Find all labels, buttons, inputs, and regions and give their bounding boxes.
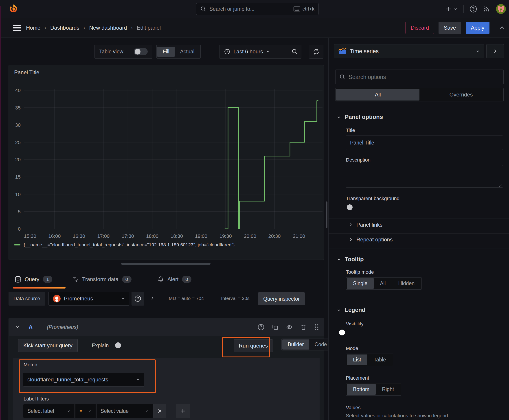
run-queries-button[interactable]: Run queries [234,339,273,352]
tab-alert[interactable]: Alert 0 [158,270,191,288]
panel-links-section[interactable]: Panel links [349,222,382,228]
chevron-down-icon [476,49,480,53]
svg-text:20: 20 [15,157,21,162]
tab-query[interactable]: Query 1 [15,270,52,288]
datasource-picker[interactable]: Prometheus [48,292,129,306]
select-label-dropdown[interactable]: Select label [23,404,75,418]
menu-icon[interactable] [13,24,22,32]
drag-handle-icon[interactable] [314,324,319,330]
news-icon[interactable] [483,5,490,13]
chevron-down-icon [337,115,341,119]
actual-option[interactable]: Actual [175,47,200,57]
panel-title-input[interactable] [346,135,503,150]
svg-text:10: 10 [15,192,21,197]
tooltip-section[interactable]: Tooltip [337,256,364,263]
tab-alert-label: Alert [167,276,178,283]
query-help-icon[interactable] [258,324,264,330]
add-filter-button[interactable] [176,404,190,418]
timeseries-chart[interactable]: 051015202530354015:3016:0016:3017:0017:3… [9,78,324,253]
expand-row-icon[interactable] [150,295,155,301]
legend-bottom-option[interactable]: Bottom [347,384,376,395]
panel-options-section[interactable]: Panel options [337,113,383,120]
zoom-out-icon[interactable] [288,45,301,58]
time-range-label: Last 6 hours [233,48,263,55]
svg-text:20:00: 20:00 [244,233,256,239]
query-row-header[interactable]: A (Prometheus) [9,318,324,336]
tab-query-label: Query [25,276,39,283]
duplicate-query-icon[interactable] [272,324,278,330]
repeat-options-section[interactable]: Repeat options [349,236,393,243]
save-button[interactable]: Save [439,22,461,34]
add-icon[interactable] [445,6,458,12]
svg-text:25: 25 [15,140,21,145]
time-range-control: Last 6 hours [219,45,301,59]
legend-swatch[interactable] [14,244,20,246]
breadcrumb-dashboards[interactable]: Dashboards [50,25,79,31]
legend-right-option[interactable]: Right [376,384,400,395]
panel-resize-handle[interactable] [121,263,211,265]
collapse-header-icon[interactable] [499,24,505,31]
query-refid[interactable]: A [29,324,33,331]
refresh-button[interactable] [309,45,323,59]
user-avatar[interactable] [496,4,506,14]
scrollbar-thumb[interactable] [326,202,327,228]
svg-text:35: 35 [15,105,21,111]
legend-table-option[interactable]: Table [367,354,392,365]
collapse-query-icon[interactable] [15,325,20,330]
grafana-logo[interactable] [8,4,19,14]
chevron-down-icon [337,308,341,312]
global-search-input[interactable] [209,6,290,12]
fill-option[interactable]: Fill [157,47,175,57]
collapse-options-button[interactable] [486,44,504,58]
hide-query-icon[interactable] [286,324,293,330]
discard-button[interactable]: Discard [406,22,434,34]
breadcrumb-separator: › [83,25,85,31]
tab-all[interactable]: All [336,89,419,100]
time-range-picker[interactable]: Last 6 hours [220,48,288,55]
panel-options-title: Panel options [345,113,383,120]
kick-start-button[interactable]: Kick start your query [18,339,78,352]
chevron-right-icon [349,223,353,227]
label-filters-label: Label filters [23,396,49,402]
tab-transform[interactable]: Transform data 0 [72,270,131,288]
metric-select[interactable]: cloudflared_tunnel_total_requests [23,373,144,387]
legend-list-option[interactable]: List [347,354,367,365]
chevron-down-icon [67,409,70,413]
panel-title[interactable]: Panel Title [14,69,39,76]
breadcrumb-home[interactable]: Home [26,25,40,31]
tab-overrides[interactable]: Overrides [419,89,503,100]
tooltip-hidden-option[interactable]: Hidden [392,278,421,289]
builder-option[interactable]: Builder [282,339,309,350]
global-search[interactable]: ctrl+k [196,3,319,15]
legend-mode-label: Mode [346,345,358,351]
resize-grip-icon[interactable] [499,184,502,187]
datasource-value: Prometheus [64,295,93,302]
select-value-dropdown[interactable]: Select value [96,404,153,418]
description-textarea[interactable] [346,165,503,188]
legend-section[interactable]: Legend [337,307,365,314]
clock-icon [224,48,230,55]
explain-label: Explain [92,343,109,349]
legend-series-label[interactable]: {__name__="cloudflared_tunnel_total_requ… [23,242,235,248]
options-search-input[interactable] [349,74,499,80]
query-stats-md: MD = auto = 704 [169,296,204,301]
visualization-picker[interactable]: Time series [334,44,484,58]
table-view-toggle[interactable] [134,48,148,55]
apply-button[interactable]: Apply [466,22,489,34]
query-inspector-button[interactable]: Query inspector [258,292,305,305]
breadcrumb-new-dashboard[interactable]: New dashboard [89,25,127,31]
svg-text:30: 30 [15,122,21,128]
help-icon[interactable] [470,5,477,13]
operator-dropdown[interactable]: = [75,404,96,418]
remove-filter-button[interactable] [153,404,166,418]
options-search[interactable] [335,69,504,84]
tooltip-single-option[interactable]: Single [347,278,374,289]
delete-query-icon[interactable] [300,324,307,330]
select-value-placeholder: Select value [100,408,129,414]
svg-text:17:30: 17:30 [122,233,134,239]
query-editor-card: A (Prometheus) Kick [8,318,324,420]
search-icon [340,74,345,80]
datasource-help-button[interactable] [131,292,144,306]
options-sidebar: Time series All Overrides Panel options … [328,38,509,420]
tooltip-all-option[interactable]: All [374,278,392,289]
